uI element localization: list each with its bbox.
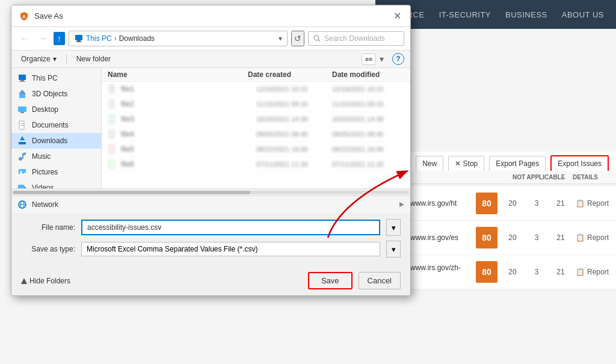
svg-rect-7 (19, 75, 26, 80)
sidebar-videos[interactable]: Videos (11, 180, 101, 188)
svg-rect-37 (109, 160, 114, 168)
stop-button[interactable]: ✕ Stop (448, 156, 484, 171)
svg-point-5 (314, 35, 319, 40)
header-date: Date created (248, 70, 320, 79)
report-link[interactable]: 📋 Report (576, 199, 609, 208)
sidebar-desktop[interactable]: Desktop (11, 102, 101, 117)
new-folder-button[interactable]: New folder (73, 53, 114, 65)
file-date: 08/22/2021 16:00 (256, 146, 328, 153)
search-placeholder: Search Downloads (324, 34, 385, 43)
svg-rect-3 (77, 40, 81, 42)
dialog-title: Save As (34, 11, 63, 20)
svg-rect-35 (109, 130, 114, 138)
header-not-applicable: NOT APPLICABLE (513, 174, 567, 180)
dialog-main: This PC 3D Objects Desktop Documents Dow… (11, 68, 410, 188)
export-issues-button[interactable]: Export Issues (550, 155, 609, 172)
filename-dropdown-btn[interactable]: ▾ (386, 219, 401, 236)
not-applicable-count: 21 (552, 199, 570, 208)
svg-rect-4 (76, 42, 82, 42)
forward-button[interactable]: → (35, 32, 50, 45)
file-date: 10/20/2021 14:30 (256, 116, 328, 123)
file-row[interactable]: file3 10/20/2021 14:30 10/20/2021 14:30 (102, 112, 410, 127)
header-details: DETAILS (573, 174, 609, 180)
breadcrumb-pc[interactable]: This PC (86, 34, 112, 43)
svg-rect-33 (109, 100, 114, 108)
file-row[interactable]: file6 07/11/2021 11:20 07/11/2021 11:20 (102, 157, 410, 172)
nav-it-security: IT-SECURITY (439, 10, 491, 19)
filename-input[interactable] (81, 220, 380, 235)
svg-rect-15 (20, 123, 24, 124)
report-link[interactable]: 📋 Report (576, 268, 609, 276)
passed-count: 20 (504, 199, 522, 208)
sidebar-downloads[interactable]: Downloads (11, 133, 101, 149)
file-row[interactable]: file5 08/22/2021 16:00 08/22/2021 16:00 (102, 142, 410, 157)
svg-rect-19 (22, 137, 23, 140)
back-button[interactable]: ← (17, 32, 32, 45)
title-left: A Save As (19, 11, 63, 22)
file-date: 07/11/2021 11:20 (256, 161, 328, 168)
file-name: file6 (121, 160, 253, 168)
up-button[interactable]: ↑ (54, 32, 65, 45)
svg-rect-34 (109, 115, 114, 123)
network-icon (17, 200, 27, 209)
sidebar-pictures[interactable]: Pictures (11, 164, 101, 180)
svg-rect-16 (20, 125, 24, 126)
svg-rect-12 (18, 106, 26, 112)
report-link[interactable]: 📋 Report (576, 233, 609, 242)
save-button[interactable]: Save (308, 272, 353, 289)
svg-point-20 (19, 157, 22, 161)
file-row[interactable]: file4 09/05/2021 08:45 09/05/2021 08:45 (102, 127, 410, 142)
new-button[interactable]: New (416, 156, 443, 171)
svg-text:A: A (22, 14, 26, 19)
export-pages-button[interactable]: Export Pages (489, 156, 546, 171)
dialog-titlebar: A Save As ✕ (11, 5, 410, 27)
action-buttons: Save Cancel (308, 272, 401, 289)
sidebar-label: Documents (32, 121, 69, 129)
not-passed-count: 3 (528, 199, 546, 208)
file-row[interactable]: file1 12/10/2021 10:22 12/10/2021 10:22 (102, 82, 410, 97)
file-name: file1 (121, 85, 253, 93)
savetype-select[interactable]: Microsoft Excel Comma Separated Values F… (81, 242, 380, 256)
view-toggle-button[interactable]: ≡≡ (362, 54, 376, 65)
filelist-scroll[interactable]: file1 12/10/2021 10:22 12/10/2021 10:22 … (102, 82, 410, 188)
svg-rect-13 (20, 112, 24, 113)
hide-folders[interactable]: Hide Folders (21, 277, 70, 285)
svg-rect-2 (75, 35, 82, 40)
svg-rect-9 (19, 81, 25, 82)
cancel-button[interactable]: Cancel (359, 272, 401, 289)
sidebar-label: Music (32, 152, 51, 161)
savetype-dropdown-btn[interactable]: ▾ (386, 241, 401, 258)
file-modified: 12/10/2021 10:22 (332, 85, 404, 93)
svg-rect-36 (109, 145, 114, 153)
file-row[interactable]: file2 11/15/2021 09:15 11/15/2021 09:15 (102, 97, 410, 112)
breadcrumb-dropdown[interactable]: ▾ (279, 34, 282, 43)
sidebar-label: Desktop (32, 105, 58, 114)
sidebar-label: Videos (32, 184, 54, 188)
close-button[interactable]: ✕ (391, 10, 403, 22)
file-modified: 08/22/2021 16:00 (332, 146, 404, 153)
savetype-label: Save as type: (21, 245, 75, 253)
sidebar-this-pc[interactable]: This PC (11, 70, 101, 86)
bg-nav: MMERCE IT-SECURITY BUSINESS ABOUT US (375, 0, 616, 29)
breadcrumb[interactable]: This PC › Downloads ▾ (69, 31, 288, 46)
sidebar-music[interactable]: Music (11, 149, 101, 164)
header-name: Name (108, 70, 236, 79)
not-passed-count: 3 (528, 233, 546, 242)
not-applicable-count: 21 (552, 233, 570, 242)
search-bar[interactable]: Search Downloads (308, 31, 404, 46)
sidebar-3d-objects[interactable]: 3D Objects (11, 86, 101, 102)
hide-folders-label: Hide Folders (29, 277, 70, 285)
filelist-header: Name Date created Date modified (102, 68, 410, 82)
organize-button[interactable]: Organize ▾ (17, 53, 60, 65)
expand-icon (399, 202, 404, 207)
view-arrow[interactable]: ▾ (377, 53, 386, 65)
sidebar-documents[interactable]: Documents (11, 117, 101, 133)
refresh-button[interactable]: ↺ (291, 31, 304, 46)
network-row[interactable]: Network (11, 196, 410, 213)
horizontal-scrollbar[interactable] (11, 188, 410, 196)
dialog-bottom: File name: ▾ Save as type: Microsoft Exc… (11, 213, 410, 268)
nav-about-us: ABOUT US (562, 10, 604, 19)
dialog-sidebar: This PC 3D Objects Desktop Documents Dow… (11, 68, 102, 188)
file-modified: 11/15/2021 09:15 (332, 100, 404, 108)
help-button[interactable]: ? (392, 53, 404, 65)
